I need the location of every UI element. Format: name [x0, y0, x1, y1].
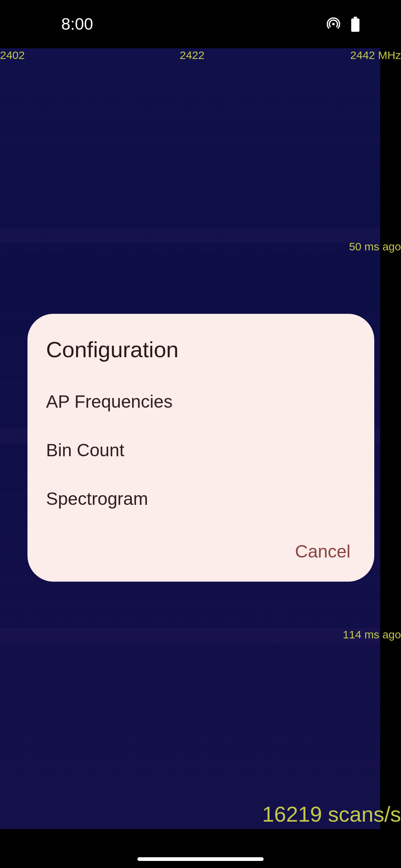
cancel-button[interactable]: Cancel	[295, 538, 351, 565]
time-marker: 114 ms ago	[343, 628, 401, 641]
freq-label: 2422	[180, 49, 205, 62]
svg-rect-1	[353, 17, 357, 19]
screen: 8:00 2402 2422 2442 MHz 50 ms ago 114 ms	[0, 0, 401, 868]
dialog-actions: Cancel	[27, 531, 374, 582]
freq-label: 2442 MHz	[350, 49, 401, 62]
option-ap-frequencies[interactable]: AP Frequencies	[27, 377, 374, 426]
option-bin-count[interactable]: Bin Count	[27, 426, 374, 474]
dialog-options: AP Frequencies Bin Count Spectrogram	[27, 377, 374, 531]
hotspot-icon	[327, 17, 340, 31]
option-spectrogram[interactable]: Spectrogram	[27, 474, 374, 523]
svg-point-0	[332, 23, 335, 26]
svg-rect-2	[351, 19, 359, 32]
spectrogram-side-gutter	[380, 48, 401, 829]
configuration-dialog: Configuration AP Frequencies Bin Count S…	[27, 314, 374, 582]
status-icons	[327, 17, 382, 32]
freq-label: 2402	[0, 49, 25, 62]
scans-rate-label: 16219 scans/s	[262, 802, 401, 826]
nav-home-indicator[interactable]	[137, 857, 264, 861]
time-marker: 50 ms ago	[349, 240, 401, 253]
dialog-title: Configuration	[27, 337, 374, 377]
battery-icon	[351, 17, 360, 32]
status-time: 8:00	[19, 15, 93, 33]
status-bar: 8:00	[0, 0, 401, 48]
